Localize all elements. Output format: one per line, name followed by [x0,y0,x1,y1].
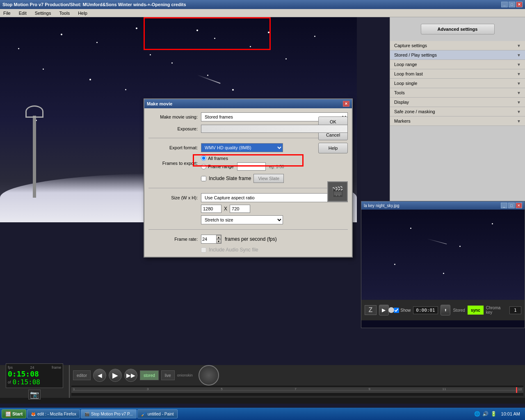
stretch-select[interactable]: Stretch to size [201,215,283,224]
taskbar-stopmotion[interactable]: 🎬 Stop Motion Pro v7 P... [81,409,137,418]
next-frame-btn[interactable]: ▶▶ [124,369,137,382]
of-label: of [8,380,11,384]
window-controls[interactable]: _ □ ✕ [501,2,523,7]
secondary-minimize-btn[interactable]: _ [501,203,507,208]
height-input[interactable] [230,205,250,213]
fps-tag: fps [8,365,13,370]
tray-volume-icon: 🔊 [482,411,489,417]
menu-bar: File Edit Settings Tools Help [0,9,525,17]
dial-control[interactable] [199,365,219,386]
separator-2 [148,188,348,188]
panel-markers[interactable]: Markers ▼ [390,116,525,126]
editor-button[interactable]: editor [73,370,91,380]
include-slate-label: Include Slate frame [209,176,251,181]
panel-loop-range[interactable]: Loop range ▼ [390,60,525,69]
tray-network-icon: 🌐 [474,411,481,417]
frames-export-row: Frames to export: All frames Frame range… [148,155,348,171]
frame-range-label: Frame range [208,164,234,169]
secondary-maximize-btn[interactable]: □ [508,203,515,208]
system-tray: 🌐 🔊 🔋 [472,411,499,417]
all-frames-radio-label[interactable]: All frames [201,155,284,161]
chevron-down-icon: ▼ [517,43,521,48]
clapper-icon-area: 🎬 [327,181,348,202]
frame-range-radio[interactable] [201,164,206,169]
dialog-close-button[interactable]: ✕ [343,101,349,107]
exposure-label: Exposure: [148,126,198,131]
clock-display: 10:01 AM [501,411,520,416]
spin-down-button[interactable]: ▼ [216,239,221,243]
panel-capture-settings[interactable]: Capture settings ▼ [390,41,525,50]
dialog-title-bar: Make movie ✕ [144,99,352,108]
menu-file[interactable]: File [2,10,12,16]
panel-stored-play-settings[interactable]: Stored / Play settings ▼ [390,50,525,60]
frame-range-input[interactable] [237,162,266,171]
dialog-body: Make movie using: Stored frames Exposure… [144,108,352,257]
frame-label: frame [52,365,61,370]
spin-up-button[interactable]: ▲ [216,235,221,239]
all-frames-label: All frames [208,156,228,161]
menu-edit[interactable]: Edit [17,10,28,16]
close-btn[interactable]: ✕ [516,2,523,7]
frame-rate-input[interactable] [201,235,216,243]
paint-label: untitled - Paint [148,412,174,416]
menu-settings[interactable]: Settings [33,10,53,16]
secondary-play-btn[interactable]: ▶ [379,305,389,315]
minimize-btn[interactable]: _ [501,2,508,7]
secondary-updown-btn[interactable]: ⬆ [441,305,451,315]
advanced-settings-button[interactable]: Advanced settings [421,24,495,34]
menu-help[interactable]: Help [76,10,89,16]
make-movie-label: Make movie using: [148,114,198,119]
start-button[interactable]: 🪟 Start [2,409,26,418]
panel-loop-from-last[interactable]: Loop from last ▼ [390,69,525,79]
view-slate-button[interactable]: View Slate [253,174,284,183]
spinbox-arrows: ▲ ▼ [216,235,221,243]
timeline-row[interactable]: 1 3 5 7 9 11 13 [71,386,523,396]
export-format-wrapper: WMV HD quality (8MB) [201,143,348,152]
player-controls-bar: Z ▶ Show 0:00:01 ⬆ Stored sync Chroma ke… [361,300,525,320]
panel-display[interactable]: Display ▼ [390,98,525,107]
frame-rate-label: Frame rate: [148,237,198,242]
firefox-label: edit : - Mozilla Firefox [37,412,76,416]
all-frames-radio[interactable] [201,155,206,161]
app-title: Stop Motion Pro v7 Production/Shot: MUmf… [2,2,186,7]
x-separator: X [224,206,227,212]
sync-button[interactable]: sync [468,306,484,315]
export-format-label: Export format: [148,145,198,150]
size-dropdown[interactable]: Use Capture aspect ratio [201,193,348,202]
menu-tools[interactable]: Tools [57,10,71,16]
firefox-icon: 🦊 [31,412,36,416]
include-slate-checkbox[interactable] [201,176,206,181]
chroma-key-label: Chroma key [486,306,507,315]
live-button[interactable]: live [161,370,175,380]
export-format-select[interactable]: WMV HD quality (8MB) [201,143,283,152]
width-input[interactable] [201,205,221,213]
chevron-down-icon: ▼ [517,91,521,95]
panel-loop-single[interactable]: Loop single ▼ [390,79,525,88]
frame-rate-spinbox[interactable]: ▲ ▼ [201,235,221,244]
secondary-close-btn[interactable]: ✕ [516,203,522,208]
stored-button[interactable]: stored [140,370,159,380]
tray-battery-icon: 🔋 [491,411,497,417]
taskbar-firefox[interactable]: 🦊 edit : - Mozilla Firefox [27,409,80,418]
slider-thumb [388,307,394,313]
fps-num: 24 [30,365,34,370]
secondary-time-display: 0:00:01 [413,306,438,314]
panel-safe-zone[interactable]: Safe zone / masking ▼ [390,107,525,116]
maximize-btn[interactable]: □ [509,2,515,7]
prev-frame-btn[interactable]: ◀ [93,369,106,382]
start-icon: 🪟 [5,411,11,417]
show-checkbox-area: Show [394,308,411,313]
chevron-down-icon: ▼ [517,81,521,86]
chevron-down-icon: ▼ [517,62,521,67]
taskbar-paint[interactable]: 🖌️ untitled - Paint [137,409,178,418]
timeline-inner[interactable]: 1 3 5 7 9 11 13 [71,387,523,393]
onionskin-label: onionskin [177,373,193,377]
z-logo[interactable]: Z [365,305,377,315]
title-bar: Stop Motion Pro v7 Production/Shot: MUmf… [0,0,525,9]
panel-tools[interactable]: Tools ▼ [390,88,525,98]
stopmotion-label: Stop Motion Pro v7 P... [91,412,133,416]
show-checkbox[interactable] [394,308,399,313]
play-btn[interactable]: ▶ [109,369,122,382]
frame-range-radio-label[interactable]: Frame range [201,164,234,169]
include-audio-checkbox[interactable] [201,247,206,253]
